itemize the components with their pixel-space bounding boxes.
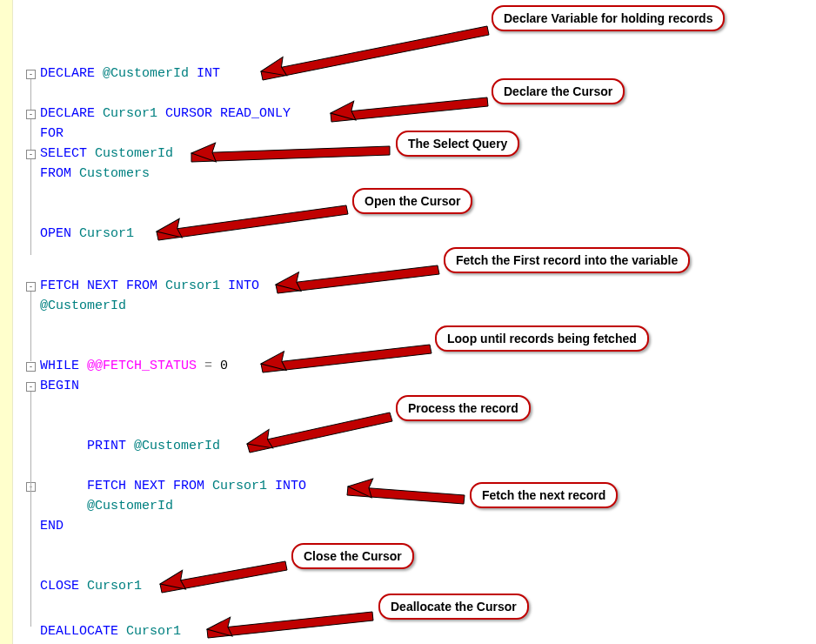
code-line-9: WHILE @@FETCH_STATUS = 0 (40, 359, 228, 373)
code-line-7: FETCH NEXT FROM Cursor1 INTO (40, 278, 259, 293)
code-line-3: FOR (40, 126, 64, 141)
diagram-canvas: - - - - - - - DECLARE @CustomerId INT DE… (0, 0, 816, 644)
code-line-4: SELECT CustomerId (40, 146, 173, 161)
code-line-12: FETCH NEXT FROM Cursor1 INTO (87, 479, 306, 493)
code-line-14: END (40, 519, 64, 533)
code-line-15: CLOSE Cursor1 (40, 579, 142, 594)
code-line-10: BEGIN (40, 379, 79, 393)
callout-declare-cursor: Declare the Cursor (492, 78, 625, 104)
tree-line (30, 392, 31, 627)
code-line-11: PRINT @CustomerId (87, 439, 220, 453)
callout-fetch-next: Fetch the next record (470, 482, 618, 508)
code-line-13: @CustomerId (87, 499, 173, 513)
fold-marker[interactable]: - (26, 382, 36, 392)
callout-loop-until: Loop until records being fetched (435, 325, 649, 352)
callout-close-cursor: Close the Cursor (291, 543, 414, 569)
callout-select-query: The Select Query (396, 131, 519, 157)
code-line-2: DECLARE Cursor1 CURSOR READ_ONLY (40, 106, 291, 121)
tree-line (30, 79, 31, 110)
callout-fetch-first: Fetch the First record into the variable (444, 247, 690, 273)
code-line-5: FROM Customers (40, 166, 150, 181)
fold-marker[interactable]: - (26, 70, 36, 79)
code-line-1: DECLARE @CustomerId INT (40, 66, 220, 81)
gutter-margin (0, 0, 13, 644)
fold-marker[interactable]: - (26, 150, 36, 159)
callout-declare-var: Declare Variable for holding records (492, 5, 725, 31)
code-line-8: @CustomerId (40, 299, 126, 313)
callout-open-cursor: Open the Cursor (352, 188, 472, 214)
callout-process: Process the record (396, 395, 531, 421)
callout-deallocate: Deallocate the Cursor (378, 594, 529, 620)
fold-marker[interactable]: - (26, 110, 36, 119)
tree-line (30, 292, 31, 361)
tree-line (30, 119, 31, 150)
fold-marker[interactable]: - (26, 282, 36, 292)
fold-marker[interactable]: - (26, 362, 36, 372)
tree-line (30, 159, 31, 255)
code-line-16: DEALLOCATE Cursor1 (40, 624, 181, 639)
code-line-6: OPEN Cursor1 (40, 226, 134, 241)
